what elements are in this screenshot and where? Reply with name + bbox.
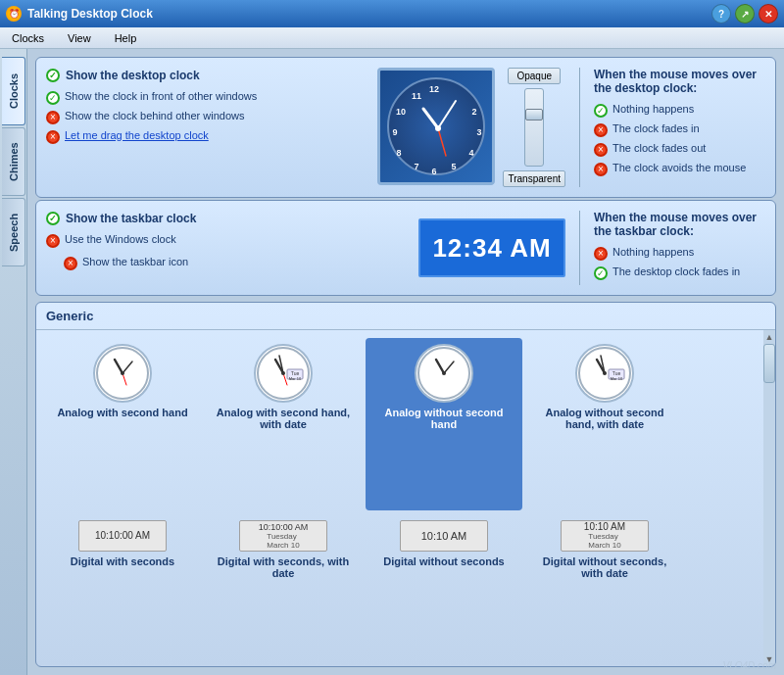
clock-style-analog-no-second-date[interactable]: Tue Mar 10 Analog without second hand, w… [526,338,683,510]
minimize-button[interactable]: ↗ [735,4,755,24]
taskbar-clock-section: Show the taskbar clock Use the Windows c… [46,211,409,285]
clock-style-digital-no-seconds-date[interactable]: 10:10 AM Tuesday March 10 Digital withou… [526,514,683,659]
digital-preview-container: 12:34 AM [418,211,565,285]
tab-speech[interactable]: Speech [2,198,25,266]
clock-avoids-mouse-radio[interactable] [594,163,608,176]
clock-style-label-digital-no-seconds-date: Digital without seconds, with date [532,555,677,579]
option-windows-clock: Use the Windows clock [46,233,409,248]
scrollbar-thumb[interactable] [763,344,775,383]
option-drag-clock: Let me drag the desktop clock [46,129,368,144]
svg-line-13 [438,128,446,156]
clock-preview-area: 12 2 3 4 5 6 7 8 9 10 11 [377,68,565,187]
taskbar-clock-checkbox[interactable] [46,212,60,225]
mini-digital-seconds: 10:10:00 AM [78,520,167,552]
clock-style-digital-seconds[interactable]: 10:10:00 AM Digital with seconds [44,514,201,659]
mouse-taskbar-section: When the mouse moves over the taskbar cl… [594,211,765,285]
title-bar-left: ⏰ Talking Desktop Clock [6,6,153,22]
svg-text:2: 2 [472,107,477,117]
clock-style-analog-second[interactable]: Analog with second hand [44,338,201,510]
main-container: Clocks Chimes Speech Show the desktop cl… [0,49,784,675]
mini-digital-no-seconds-date: 10:10 AM Tuesday March 10 [561,520,649,552]
clock-style-digital-seconds-date[interactable]: 10:10:00 AM Tuesday March 10 Digital wit… [205,514,362,659]
menu-clocks[interactable]: Clocks [8,30,48,46]
svg-line-11 [423,109,438,128]
clock-style-label-analog-second: Analog with second hand [57,407,187,418]
tab-clocks[interactable]: Clocks [2,57,25,125]
taskbar-icon-option: Show the taskbar icon [64,256,409,270]
mouse-desktop-opt-1: The clock fades in [594,122,765,137]
svg-text:9: 9 [393,127,398,137]
bottom-panel: Generic [35,302,776,667]
behind-windows-radio[interactable] [46,111,60,124]
bottom-panel-header: Generic [36,303,775,330]
svg-text:12: 12 [429,84,439,94]
option-front-windows: Show the clock in front of other windows [46,90,368,105]
svg-text:7: 7 [415,162,419,171]
svg-text:3: 3 [477,127,482,137]
close-button[interactable]: ✕ [759,4,778,24]
windows-clock-radio[interactable] [46,234,60,248]
clock-style-label-analog-second-date: Analog with second hand, with date [211,407,356,430]
title-bar-controls: ? ↗ ✕ [711,4,778,24]
opacity-slider-track[interactable] [524,88,544,167]
analog-clock-preview: 12 2 3 4 5 6 7 8 9 10 11 [377,68,495,185]
help-button[interactable]: ? [711,4,731,24]
nothing-happens-desktop-radio[interactable] [594,104,608,118]
top-panel: Show the desktop clock Show the clock in… [35,57,776,198]
divider-1 [579,68,580,187]
mouse-taskbar-opt-0: Nothing happens [594,246,765,261]
svg-text:8: 8 [397,148,402,158]
mini-clock-analog-second-date: Tue Mar 10 [254,344,313,403]
clock-style-analog-no-second[interactable]: Analog without second hand [366,338,522,510]
clock-style-label-digital-seconds-date: Digital with seconds, with date [211,555,356,579]
mini-clock-analog-no-second [415,344,473,403]
svg-line-12 [438,101,456,128]
taskbar-icon-radio[interactable] [64,257,77,270]
sidebar-tabs: Clocks Chimes Speech [0,49,27,675]
opacity-slider-thumb[interactable] [525,109,543,121]
front-windows-radio[interactable] [46,91,60,105]
taskbar-clock-title: Show the taskbar clock [46,211,409,225]
clock-styles-grid: Analog with second hand Tue Mar 10 [36,330,763,666]
clock-fades-in-radio[interactable] [594,123,608,137]
mouse-desktop-opt-3: The clock avoids the mouse [594,162,765,176]
watermark: VLO4D.com [723,660,776,671]
clock-style-label-analog-no-second: Analog without second hand [371,407,516,430]
svg-point-27 [281,371,285,375]
menu-view[interactable]: View [64,30,95,46]
clock-style-label-digital-seconds: Digital with seconds [71,555,174,567]
tab-chimes[interactable]: Chimes [2,127,25,196]
clock-style-digital-no-seconds[interactable]: 10:10 AM Digital without seconds [366,514,522,659]
clock-style-analog-second-date[interactable]: Tue Mar 10 Analog with second hand, with… [205,338,362,510]
svg-point-19 [121,371,124,375]
desktop-fades-in-radio[interactable] [594,266,608,280]
clock-fades-out-radio[interactable] [594,143,608,157]
opaque-button[interactable]: Opaque [508,68,561,84]
mouse-taskbar-opt-1: The desktop clock fades in [594,265,765,280]
svg-point-31 [442,371,446,375]
divider-2 [579,211,580,285]
clock-face: 12 2 3 4 5 6 7 8 9 10 11 [387,77,485,175]
mouse-desktop-opt-0: Nothing happens [594,103,765,118]
app-icon: ⏰ [6,6,22,22]
nothing-happens-taskbar-radio[interactable] [594,247,608,261]
desktop-clock-section: Show the desktop clock Show the clock in… [46,68,368,187]
mouse-desktop-section: When the mouse moves over the desktop cl… [594,68,765,187]
transparent-button[interactable]: Transparent [503,170,565,187]
svg-text:5: 5 [452,162,457,171]
menu-help[interactable]: Help [111,30,141,46]
mini-digital-no-seconds: 10:10 AM [400,520,488,552]
svg-point-14 [435,125,441,131]
clock-style-label-digital-no-seconds: Digital without seconds [383,555,504,567]
scrollbar-track[interactable]: ▲ ▼ [763,330,775,666]
mouse-desktop-title: When the mouse moves over the desktop cl… [594,68,765,95]
app-title: Talking Desktop Clock [27,7,153,21]
drag-clock-radio[interactable] [46,130,60,144]
svg-text:10: 10 [396,107,406,117]
content-area: Show the desktop clock Show the clock in… [27,49,784,675]
desktop-clock-title: Show the desktop clock [46,68,368,82]
desktop-clock-checkbox[interactable] [46,69,60,82]
bottom-content: Analog with second hand Tue Mar 10 [36,330,775,666]
mini-digital-seconds-date: 10:10:00 AM Tuesday March 10 [239,520,327,552]
svg-text:6: 6 [432,167,437,176]
